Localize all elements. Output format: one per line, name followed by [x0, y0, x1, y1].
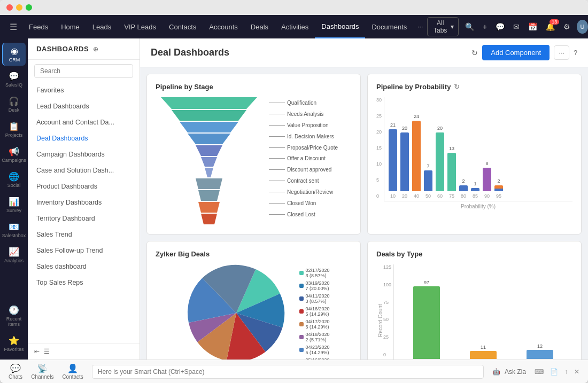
header-actions: ↻ Add Component ··· ?	[471, 45, 577, 60]
svg-marker-6	[205, 168, 213, 177]
sidebar-item-recent[interactable]: 🕐 Recent Items	[2, 302, 26, 330]
svg-marker-3	[188, 134, 230, 144]
list-view-icon[interactable]: ☰	[44, 348, 50, 355]
salesiq-icon: 💬	[9, 71, 19, 81]
nav-deals[interactable]: Deals	[244, 15, 275, 38]
calendar-icon[interactable]: 📅	[526, 20, 539, 33]
svg-marker-4	[196, 145, 222, 156]
nav-vip-leads[interactable]: VIP Leads	[118, 15, 163, 38]
nav-inventory-dashboards[interactable]: Inventory Dashboards	[28, 194, 140, 210]
zylker-big-deals-card: Zylker Big Deals	[146, 241, 361, 359]
collapse-icon[interactable]: ⇤	[34, 348, 40, 355]
channels-tab[interactable]: 📡 Channels	[31, 363, 53, 380]
nav-contacts[interactable]: Contacts	[163, 15, 203, 38]
nav-favorites[interactable]: Favorites	[28, 82, 140, 98]
bar-10-blue	[389, 129, 397, 191]
stage-closed-won: Closed Won	[269, 200, 338, 206]
sidebar-item-salesiq[interactable]: 💬 SalesIQ	[2, 68, 26, 91]
funnel-container: Qualification Needs Analysis Value Propo…	[156, 97, 352, 225]
nav-sales-dashboard[interactable]: Sales dashboard	[28, 259, 140, 275]
close-button[interactable]	[6, 4, 13, 11]
svg-marker-1	[172, 110, 246, 121]
contacts-icon: 👤	[67, 363, 78, 373]
sidebar-item-projects[interactable]: 📋 Projects	[2, 118, 26, 141]
bar-qualified	[413, 286, 440, 359]
smart-chat-input-container	[92, 365, 484, 379]
crm-icon: ◉	[11, 46, 18, 56]
mail-icon[interactable]: ✉	[511, 20, 522, 33]
add-component-button[interactable]: Add Component	[482, 45, 550, 60]
favorites-icon: ⭐	[9, 335, 19, 346]
hamburger-menu[interactable]: ☰	[4, 22, 22, 32]
ask-zia[interactable]: 🤖 Ask Zia	[492, 368, 526, 376]
social-icon: 🌐	[9, 171, 19, 182]
settings-icon[interactable]: ⚙	[561, 20, 572, 33]
refresh-prob-icon[interactable]: ↻	[454, 83, 460, 91]
nav-home[interactable]: Home	[55, 15, 86, 38]
sidebar-item-salesinbox[interactable]: 📧 SalesInbox	[2, 218, 26, 241]
icon-sidebar: ◉ CRM 💬 SalesIQ 🎧 Desk 📋 Projects 📢 Camp…	[0, 38, 28, 359]
nav-feeds[interactable]: Feeds	[22, 15, 55, 38]
nav-leads[interactable]: Leads	[86, 15, 118, 38]
pie-labels: 02/17/20203 (8.57%) 03/19/20207 (20.00%)…	[299, 268, 329, 359]
y-axis-label-type: Record Count	[376, 264, 383, 359]
stage-qualification: Qualification	[269, 100, 338, 106]
contacts-tab[interactable]: 👤 Contacts	[62, 363, 83, 380]
help-icon[interactable]: ?	[574, 49, 577, 57]
bottom-icon-3[interactable]: ↑	[564, 368, 568, 376]
add-dashboard-icon[interactable]: ⊕	[93, 45, 98, 53]
nav-dashboards[interactable]: Dashboards	[315, 15, 365, 38]
nav-sales-trend[interactable]: Sales Trend	[28, 226, 140, 243]
user-avatar[interactable]: U	[577, 20, 588, 34]
nav-sales-followup[interactable]: Sales Follow-up Trend	[28, 243, 140, 259]
nav-deal-dashboards[interactable]: Deal Dashboards	[28, 130, 140, 146]
sidebar-item-desk[interactable]: 🎧 Desk	[2, 93, 26, 116]
sidebar-item-social[interactable]: 🌐 Social	[2, 168, 26, 191]
bar-50-blue	[424, 170, 432, 191]
notification-badge: 13	[550, 19, 559, 25]
panel-header: DASHBOARDS ⊕	[28, 38, 140, 60]
all-tabs-button[interactable]: All Tabs ▾	[427, 17, 459, 36]
main-content: Deal Dashboards ↻ Add Component ··· ? Pi…	[140, 38, 588, 359]
pie-label-0319: 03/19/20207 (20.00%)	[299, 280, 329, 291]
channels-icon: 📡	[37, 363, 48, 373]
nav-product-dashboards[interactable]: Product Dashboards	[28, 178, 140, 194]
bar-80-blue	[459, 185, 468, 191]
bottom-icon-4[interactable]: ✕	[574, 368, 579, 376]
nav-territory-dashboard[interactable]: Territory Dashboard	[28, 210, 140, 226]
bar-20-blue	[400, 132, 409, 191]
nav-account-contact[interactable]: Account and Contact Da...	[28, 114, 140, 130]
pie-label-0417: 04/17/20205 (14.29%)	[299, 319, 329, 330]
nav-accounts[interactable]: Accounts	[203, 15, 244, 38]
nav-case-solution[interactable]: Case and Solution Dash...	[28, 162, 140, 178]
nav-documents[interactable]: Documents	[365, 15, 413, 38]
deals-type-bars: 97 Qualified 11 Existing Business	[393, 264, 572, 359]
sidebar-item-favorites[interactable]: ⭐ Favorites	[2, 332, 26, 355]
notifications-icon[interactable]: 🔔 13	[544, 20, 557, 33]
sidebar-item-campaigns[interactable]: 📢 Campaigns	[2, 143, 26, 166]
add-icon[interactable]: +	[481, 20, 489, 33]
nav-top-sales-reps[interactable]: Top Sales Reps	[28, 275, 140, 291]
deals-by-type-card: Deals by Type Record Count 125 100 75 50…	[367, 241, 582, 359]
search-input[interactable]	[34, 64, 133, 78]
sidebar-item-analytics[interactable]: 📈 Analytics	[2, 244, 26, 267]
funnel-svg	[156, 97, 262, 225]
maximize-button[interactable]	[26, 4, 32, 11]
nav-more-icon[interactable]: ···	[413, 23, 427, 30]
sidebar-item-survey[interactable]: 📊 Survey	[2, 193, 26, 216]
refresh-icon[interactable]: ↻	[471, 49, 478, 57]
bottom-icon-1[interactable]: ⌨	[535, 368, 544, 376]
smart-chat-input[interactable]	[92, 365, 484, 379]
nav-activities[interactable]: Activities	[275, 15, 315, 38]
more-options-button[interactable]: ···	[554, 45, 569, 60]
recent-icon: 🕐	[9, 305, 19, 315]
chats-tab[interactable]: 💬 Chats	[9, 363, 22, 380]
search-icon[interactable]: 🔍	[463, 20, 476, 33]
nav-lead-dashboards[interactable]: Lead Dashboards	[28, 98, 140, 114]
sidebar-item-crm[interactable]: ◉ CRM	[2, 43, 26, 66]
smart-chat-icon[interactable]: 💬	[493, 20, 507, 33]
nav-campaign-dashboards[interactable]: Campaign Dashboards	[28, 146, 140, 162]
minimize-button[interactable]	[16, 4, 22, 11]
bottom-icon-2[interactable]: 📄	[550, 368, 558, 376]
bar-85-blue	[471, 188, 479, 191]
